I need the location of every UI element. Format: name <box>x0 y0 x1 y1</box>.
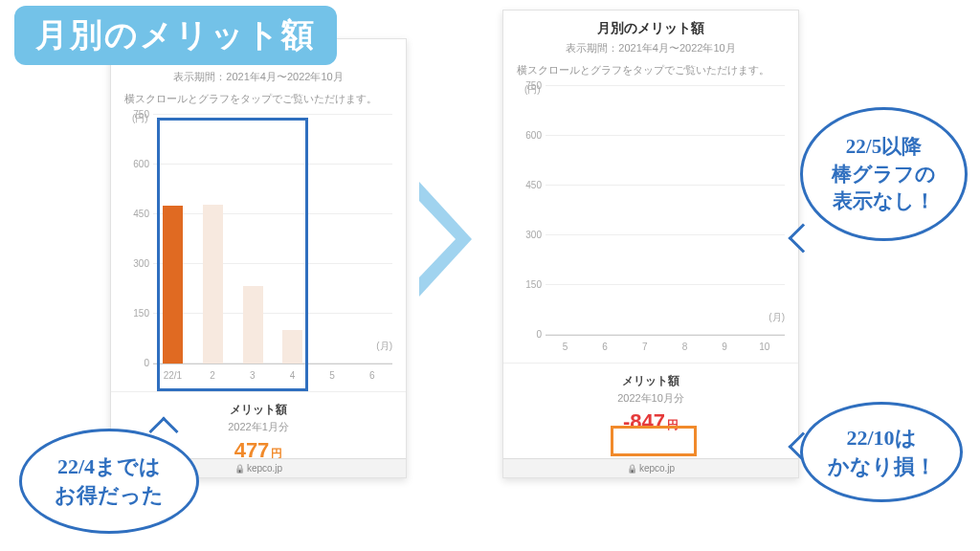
x-tick-label: 8 <box>671 342 698 352</box>
gridline: 450 <box>153 213 392 214</box>
lock-icon <box>627 463 639 474</box>
chart-period-right: 表示期間：2021年4月〜2022年10月 <box>511 41 791 55</box>
chart-bar[interactable] <box>282 330 302 364</box>
gridline: 600 <box>153 164 392 165</box>
merit-box-right: メリット額 2022年10月分 -847円 <box>503 363 798 436</box>
chart-bar[interactable] <box>243 286 263 364</box>
bubble1-line1: 22/4までは <box>57 454 161 478</box>
bubble3-line2: かなり損！ <box>828 454 936 478</box>
x-tick-label: 2 <box>199 370 226 381</box>
bubble1-line2: お得だった <box>55 483 164 507</box>
panel-right: 月別のメリット額 表示期間：2021年4月〜2022年10月 横スクロールとグラ… <box>502 10 799 478</box>
x-tick-label: 6 <box>591 342 618 352</box>
merit-period-right: 2022年10月分 <box>503 391 798 406</box>
chart-right[interactable]: 01503004506007505678910 <box>546 87 785 336</box>
merit-unit-right: 円 <box>667 418 679 431</box>
chart-hint-right: 横スクロールとグラフをタップでご覧いただけます。 <box>503 57 798 79</box>
title-badge: 月別のメリット額 <box>14 6 337 65</box>
footer-url-right: kepco.jp <box>639 463 675 474</box>
x-tick-label: 5 <box>319 370 345 381</box>
gridline: 300 <box>546 234 785 235</box>
chart-hint-left: 横スクロールとグラフをタップでご覧いただけます。 <box>111 86 406 108</box>
merit-label-left: メリット額 <box>111 402 406 418</box>
chart-wrap-left: (円) 015030045060075022/123456 (月) <box>111 108 406 364</box>
footer-url-left: kepco.jp <box>247 463 282 474</box>
gridline: 0 <box>153 363 392 364</box>
gridline: 150 <box>153 313 392 314</box>
panel-head-right: 月別のメリット額 表示期間：2021年4月〜2022年10月 <box>503 11 798 57</box>
chart-left[interactable]: 015030045060075022/123456 <box>153 116 392 364</box>
gridline: 600 <box>546 135 785 136</box>
bubble2-line2: 棒グラフの <box>832 163 936 186</box>
x-tick-label: 9 <box>711 342 738 352</box>
chart-bar[interactable] <box>203 205 223 364</box>
bubble3-line1: 22/10は <box>846 426 916 450</box>
lock-icon <box>234 463 247 474</box>
x-axis-unit-right: (月) <box>768 311 785 324</box>
panel-left: 月別のメリット額 表示期間：2021年4月〜2022年10月 横スクロールとグラ… <box>110 38 407 478</box>
x-tick-label: 3 <box>239 370 266 381</box>
x-tick-label: 10 <box>751 342 778 352</box>
chart-wrap-right: (円) 01503004506007505678910 (月) <box>503 79 798 336</box>
x-axis-unit-left: (月) <box>376 340 392 353</box>
x-tick-label: 6 <box>359 370 386 381</box>
merit-value-num-right: -847 <box>623 409 665 433</box>
chart-period-left: 表示期間：2021年4月〜2022年10月 <box>119 70 398 84</box>
speech-bubble-1: 22/4までは お得だった <box>19 429 199 534</box>
gridline: 150 <box>546 284 785 285</box>
bubble2-line3: 表示なし！ <box>833 189 935 212</box>
gridline: 300 <box>153 263 392 264</box>
x-tick-label: 22/1 <box>159 370 186 381</box>
gridline: 750 <box>546 85 785 86</box>
gridline: 450 <box>546 185 785 186</box>
panel-footer-right: kepco.jp <box>503 458 798 477</box>
gridline: 750 <box>153 114 392 115</box>
chart-title-right: 月別のメリット額 <box>511 20 791 37</box>
merit-value-right: -847円 <box>623 409 679 434</box>
speech-bubble-3: 22/10は かなり損！ <box>800 402 963 502</box>
merit-label-right: メリット額 <box>503 373 798 389</box>
x-tick-label: 4 <box>278 370 305 381</box>
x-tick-label: 7 <box>632 342 658 352</box>
gridline: 0 <box>546 334 785 335</box>
chart-bar[interactable] <box>163 206 183 364</box>
bubble2-line1: 22/5以降 <box>846 135 922 158</box>
x-tick-label: 5 <box>551 342 578 352</box>
arrow-icon <box>419 182 472 297</box>
speech-bubble-2: 22/5以降 棒グラフの 表示なし！ <box>800 107 968 241</box>
